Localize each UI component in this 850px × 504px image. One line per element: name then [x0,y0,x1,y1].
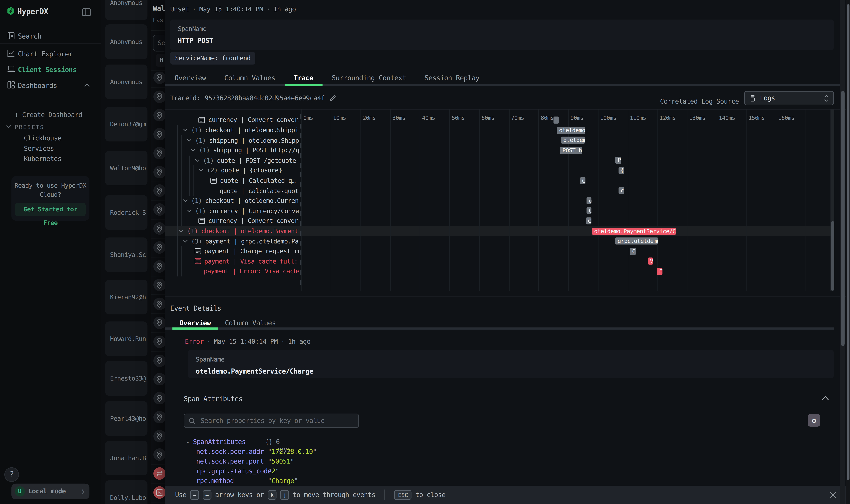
trace-tree-row[interactable]: payment | Charge request rec… [195,246,299,256]
chevron-down-icon[interactable] [182,198,188,203]
get-started-button[interactable]: Get Started for Free [15,203,86,216]
location-pin-icon[interactable] [153,449,165,461]
span-duration-bar[interactable]: grpc.oteldemo. [615,237,658,245]
waterfall-scrollbar-thumb[interactable] [831,221,834,290]
span-duration-bar[interactable]: C [587,208,591,214]
trace-tree-row[interactable]: payment | Error: Visa cache ful… [204,266,299,276]
location-pin-icon[interactable] [153,354,165,366]
span-duration-bar[interactable] [553,116,559,124]
location-pin-icon[interactable] [153,147,165,159]
trace-tree-row[interactable]: (1)checkout | oteldemo.PaymentServi… [179,226,299,236]
chevron-down-icon[interactable] [194,158,200,163]
session-list-item[interactable]: Dolly.Lubo [105,480,147,504]
trace-tree-row[interactable]: payment | Visa cache full: c… [195,256,299,266]
location-pin-icon[interactable] [153,72,165,84]
chevron-down-icon[interactable] [179,228,184,234]
location-pin-icon[interactable] [153,109,165,122]
session-list-item[interactable]: Roderick_S [105,195,147,230]
span-duration-bar[interactable]: V [648,258,653,265]
location-pin-icon[interactable] [153,184,165,197]
location-pin-icon[interactable] [153,241,165,254]
trace-tree-row[interactable]: (1)quote | POST /getquote [194,156,299,165]
attribute-row[interactable]: net.sock.peer.addr"172.28.0.10" [196,448,317,455]
trace-tree-row[interactable]: (1)checkout | oteldemo.ShippingSe… [182,125,299,135]
sidebar-item-client-sessions[interactable]: Client Sessions [0,65,101,75]
session-list-item[interactable]: Ernesto33@ [105,361,147,396]
gear-icon[interactable]: ⚙ [808,414,820,427]
trace-tree-row[interactable]: quote | Calculated q… [210,176,299,185]
session-list-item[interactable]: Shaniya.Sc [105,237,147,272]
span-duration-bar[interactable]: o [587,197,591,204]
location-pin-icon[interactable] [153,392,165,404]
location-pin-icon[interactable] [153,90,165,103]
span-duration-bar[interactable]: c [618,187,624,194]
edit-pencil-icon[interactable] [329,94,336,102]
close-icon[interactable] [829,491,837,499]
collapse-section-chevron-up-icon[interactable] [822,396,829,400]
session-list-item[interactable]: Anonymous [105,0,147,20]
trace-tree-row[interactable]: (1)checkout | oteldemo.CurrencySe… [182,196,299,206]
sidebar-item-dashboards[interactable]: Dashboards [0,80,101,91]
location-pin-icon[interactable] [153,128,165,140]
trace-tree-row[interactable]: (1)shipping | POST http://quo… [191,145,299,156]
underlay-h-button[interactable]: H [156,54,165,67]
attribute-row[interactable]: rpc.grpc.status_code"2" [196,467,279,475]
span-duration-bar[interactable]: P [615,157,621,164]
drawer-scrollbar-thumb[interactable] [840,91,845,346]
help-button[interactable]: ? [4,467,19,482]
session-list-item[interactable]: Howard.Run [105,321,147,356]
service-name-chip[interactable]: ServiceName: frontend [170,52,255,64]
span-duration-bar[interactable]: oteldemo. [557,127,585,133]
sidebar-collapse-icon[interactable] [82,8,91,18]
location-pin-icon[interactable] [153,203,165,216]
span-duration-bar[interactable]: { [618,167,624,174]
attribute-row[interactable]: net.sock.peer.port"50051" [196,457,294,465]
location-pin-icon[interactable] [153,298,165,310]
sidebar-preset-item[interactable]: Services [24,145,54,152]
trace-tree-row[interactable]: (2)quote | {closure} [198,165,299,176]
session-list-item[interactable]: Kieran92@h [105,280,147,314]
span-duration-bar[interactable]: C [630,248,636,255]
sidebar-item-chart-explorer[interactable]: Chart Explorer [0,49,101,60]
session-list-item[interactable]: Anonymous [105,65,147,99]
location-pin-icon[interactable] [153,317,165,329]
window-scrollbar-thumb[interactable] [847,4,849,480]
session-list-item[interactable]: Jonathan.B [105,441,147,475]
trace-tree-row[interactable]: currency | Convert convers… [198,216,299,226]
session-list-item[interactable]: Walton9@ho [105,151,147,185]
tab-overview[interactable]: Overview [172,316,218,330]
underlay-search-input[interactable] [153,35,165,51]
session-list-item[interactable]: Pearl43@ho [105,401,147,436]
sidebar-preset-item[interactable]: Clickhouse [24,134,61,142]
location-pin-icon[interactable] [153,335,165,348]
span-duration-bar[interactable]: oteldemo.PaymentService/Char [592,228,676,234]
chevron-up-icon[interactable] [84,83,90,87]
tab-trace[interactable]: Trace [285,71,323,86]
trace-tree-row[interactable]: (1)currency | Currency/Convert [186,206,299,216]
chevron-down-icon[interactable] [182,238,188,244]
attribute-root-row[interactable]: ▾ SpanAttributes {} 6 keys [186,438,246,446]
span-duration-bar[interactable]: E [657,268,662,275]
sidebar-item-search[interactable]: Search [0,31,101,42]
location-pin-icon[interactable] [153,260,165,272]
location-pin-icon[interactable] [153,222,165,235]
chevron-down-icon[interactable] [182,127,188,133]
chevron-down-icon[interactable] [186,138,192,143]
location-pin-icon[interactable] [153,411,165,423]
span-duration-bar[interactable]: C [580,177,585,184]
location-pin-icon[interactable] [153,373,165,385]
span-duration-bar[interactable]: POST ht [560,147,582,154]
sidebar-preset-item[interactable]: Kubernetes [24,155,61,163]
create-dashboard-button[interactable]: + Create Dashboard [15,111,82,119]
chevron-down-icon[interactable] [191,147,196,153]
location-pin-icon[interactable] [153,166,165,178]
trace-tree-row[interactable]: (1)shipping | oteldemo.Shipping… [186,135,299,145]
location-pin-icon[interactable] [153,279,165,291]
attribute-search-input[interactable] [199,416,354,425]
local-mode-button[interactable]: U Local mode ❯ [11,484,89,499]
session-list-item[interactable]: Anonymous [105,24,147,59]
terminal-icon[interactable] [153,486,165,499]
span-duration-bar[interactable]: C [586,217,591,224]
span-duration-bar[interactable]: oteldemo [561,137,585,144]
trace-tree-row[interactable]: (3)payment | grpc.oteldemo.Paymen… [182,236,299,246]
